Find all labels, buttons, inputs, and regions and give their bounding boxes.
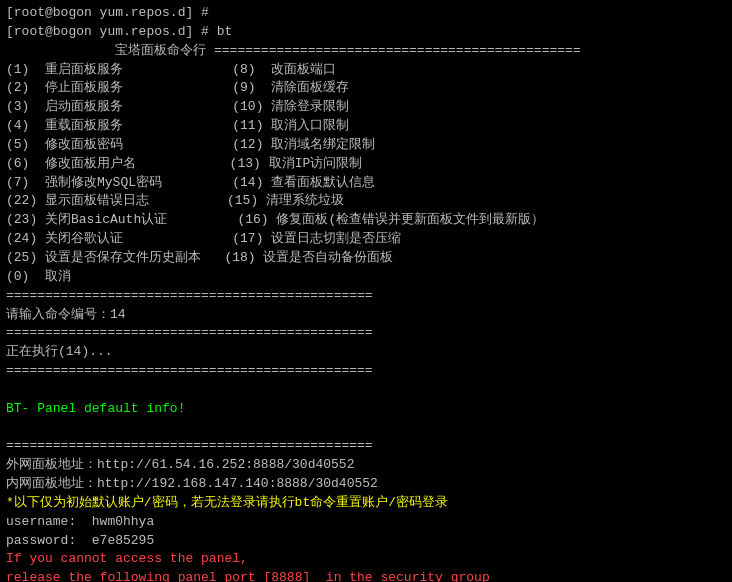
menu-line-5: (5) 修改面板密码 (12) 取消域名绑定限制 — [6, 136, 726, 155]
cannot-access-line: If you cannot access the panel, — [6, 550, 726, 569]
external-url-line: 外网面板地址：http://61.54.16.252:8888/30d40552 — [6, 456, 726, 475]
executing-line: 正在执行(14)... — [6, 343, 726, 362]
password-line: password: e7e85295 — [6, 532, 726, 551]
input-prompt: 请输入命令编号：14 — [6, 306, 726, 325]
blank-line-2 — [6, 419, 726, 438]
divider-2: ========================================… — [6, 287, 726, 306]
menu-line-2: (2) 停止面板服务 (9) 清除面板缓存 — [6, 79, 726, 98]
terminal-window: [root@bogon yum.repos.d] # [root@bogon y… — [0, 0, 732, 582]
warning-line: *以下仅为初始默认账户/密码，若无法登录请执行bt命令重置账户/密码登录 — [6, 494, 726, 513]
divider-3: ========================================… — [6, 324, 726, 343]
cmd-line-2: [root@bogon yum.repos.d] # bt — [6, 23, 726, 42]
menu-line-8: (22) 显示面板错误日志 (15) 清理系统垃圾 — [6, 192, 726, 211]
release-port-line: release the following panel port [8888] … — [6, 569, 726, 582]
blank-line-1 — [6, 381, 726, 400]
menu-line-10: (24) 关闭谷歌认证 (17) 设置日志切割是否压缩 — [6, 230, 726, 249]
cmd-line-1: [root@bogon yum.repos.d] # — [6, 4, 726, 23]
username-line: username: hwm0hhya — [6, 513, 726, 532]
menu-line-11: (25) 设置是否保存文件历史副本 (18) 设置是否自动备份面板 — [6, 249, 726, 268]
divider-4: ========================================… — [6, 362, 726, 381]
divider-5: ========================================… — [6, 437, 726, 456]
menu-line-3: (3) 启动面板服务 (10) 清除登录限制 — [6, 98, 726, 117]
menu-line-7: (7) 强制修改MySQL密码 (14) 查看面板默认信息 — [6, 174, 726, 193]
menu-cancel: (0) 取消 — [6, 268, 726, 287]
internal-url-line: 内网面板地址：http://192.168.147.140:8888/30d40… — [6, 475, 726, 494]
divider-title: 宝塔面板命令行 ================================… — [6, 42, 726, 61]
menu-line-9: (23) 关闭BasicAuth认证 (16) 修复面板(检查错误并更新面板文件… — [6, 211, 726, 230]
menu-line-1: (1) 重启面板服务 (8) 改面板端口 — [6, 61, 726, 80]
menu-line-6: (6) 修改面板用户名 (13) 取消IP访问限制 — [6, 155, 726, 174]
bt-panel-title: BT- Panel default info! — [6, 400, 726, 419]
menu-line-4: (4) 重载面板服务 (11) 取消入口限制 — [6, 117, 726, 136]
